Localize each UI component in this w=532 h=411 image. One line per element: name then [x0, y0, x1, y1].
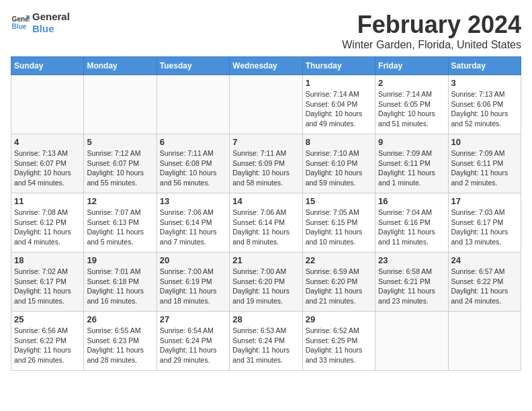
main-title: February 2024 [342, 11, 521, 39]
calendar-cell [230, 75, 302, 134]
day-number: 8 [306, 137, 372, 147]
day-number: 19 [87, 255, 153, 265]
calendar-cell: 18Sunrise: 7:02 AM Sunset: 6:17 PM Dayli… [11, 253, 84, 312]
day-number: 7 [232, 137, 299, 147]
week-row-5: 25Sunrise: 6:56 AM Sunset: 6:22 PM Dayli… [11, 312, 521, 371]
title-area: February 2024 Winter Garden, Florida, Un… [342, 11, 521, 51]
calendar-cell: 11Sunrise: 7:08 AM Sunset: 6:12 PM Dayli… [11, 193, 84, 253]
calendar-cell: 14Sunrise: 7:06 AM Sunset: 6:14 PM Dayli… [230, 193, 302, 253]
day-info: Sunrise: 7:06 AM Sunset: 6:14 PM Dayligh… [160, 208, 226, 247]
calendar-cell: 10Sunrise: 7:09 AM Sunset: 6:11 PM Dayli… [448, 134, 521, 193]
week-row-3: 11Sunrise: 7:08 AM Sunset: 6:12 PM Dayli… [11, 193, 521, 253]
logo-blue: Blue [32, 23, 70, 35]
day-number: 10 [451, 137, 518, 147]
day-info: Sunrise: 7:02 AM Sunset: 6:17 PM Dayligh… [14, 267, 81, 306]
calendar-cell: 16Sunrise: 7:04 AM Sunset: 6:16 PM Dayli… [375, 193, 448, 253]
calendar-cell: 13Sunrise: 7:06 AM Sunset: 6:14 PM Dayli… [157, 193, 229, 253]
day-number: 2 [378, 78, 445, 88]
calendar-cell: 29Sunrise: 6:52 AM Sunset: 6:25 PM Dayli… [302, 312, 375, 371]
day-info: Sunrise: 6:54 AM Sunset: 6:24 PM Dayligh… [160, 326, 226, 365]
day-number: 23 [378, 255, 445, 265]
calendar-cell [84, 75, 157, 134]
calendar-cell: 3Sunrise: 7:13 AM Sunset: 6:06 PM Daylig… [448, 75, 521, 134]
calendar-cell [375, 312, 448, 371]
weekday-header-monday: Monday [84, 57, 157, 75]
day-number: 27 [160, 314, 226, 324]
day-info: Sunrise: 7:07 AM Sunset: 6:13 PM Dayligh… [87, 208, 153, 247]
calendar-cell: 8Sunrise: 7:10 AM Sunset: 6:10 PM Daylig… [302, 134, 375, 193]
day-number: 15 [306, 196, 372, 206]
calendar-cell [11, 75, 84, 134]
calendar-cell [448, 312, 521, 371]
calendar-cell: 24Sunrise: 6:57 AM Sunset: 6:22 PM Dayli… [448, 253, 521, 312]
day-info: Sunrise: 7:04 AM Sunset: 6:16 PM Dayligh… [378, 208, 445, 247]
calendar-cell: 1Sunrise: 7:14 AM Sunset: 6:04 PM Daylig… [302, 75, 375, 134]
day-info: Sunrise: 7:05 AM Sunset: 6:15 PM Dayligh… [306, 208, 372, 247]
calendar-cell: 7Sunrise: 7:11 AM Sunset: 6:09 PM Daylig… [230, 134, 302, 193]
weekday-header-thursday: Thursday [302, 57, 375, 75]
sub-title: Winter Garden, Florida, United States [342, 39, 521, 51]
logo-icon: General Blue [11, 13, 30, 32]
day-info: Sunrise: 7:00 AM Sunset: 6:20 PM Dayligh… [232, 267, 299, 306]
day-number: 18 [14, 255, 81, 265]
day-info: Sunrise: 6:58 AM Sunset: 6:21 PM Dayligh… [378, 267, 445, 306]
calendar-cell: 23Sunrise: 6:58 AM Sunset: 6:21 PM Dayli… [375, 253, 448, 312]
day-info: Sunrise: 7:03 AM Sunset: 6:17 PM Dayligh… [451, 208, 518, 247]
day-number: 16 [378, 196, 445, 206]
day-number: 5 [87, 137, 153, 147]
day-number: 24 [451, 255, 518, 265]
weekday-header-tuesday: Tuesday [157, 57, 229, 75]
week-row-2: 4Sunrise: 7:13 AM Sunset: 6:07 PM Daylig… [11, 134, 521, 193]
day-info: Sunrise: 7:11 AM Sunset: 6:08 PM Dayligh… [160, 148, 226, 188]
calendar-cell: 12Sunrise: 7:07 AM Sunset: 6:13 PM Dayli… [84, 193, 157, 253]
calendar-cell: 6Sunrise: 7:11 AM Sunset: 6:08 PM Daylig… [157, 134, 229, 193]
day-number: 21 [232, 255, 299, 265]
day-number: 25 [14, 314, 81, 324]
day-info: Sunrise: 6:55 AM Sunset: 6:23 PM Dayligh… [87, 326, 153, 365]
week-row-1: 1Sunrise: 7:14 AM Sunset: 6:04 PM Daylig… [11, 75, 521, 134]
day-info: Sunrise: 7:11 AM Sunset: 6:09 PM Dayligh… [232, 148, 299, 188]
day-info: Sunrise: 7:09 AM Sunset: 6:11 PM Dayligh… [378, 148, 445, 188]
day-number: 9 [378, 137, 445, 147]
day-number: 17 [451, 196, 518, 206]
day-number: 29 [306, 314, 372, 324]
header: General Blue General Blue February 2024 … [11, 11, 521, 51]
day-number: 26 [87, 314, 153, 324]
calendar-cell: 4Sunrise: 7:13 AM Sunset: 6:07 PM Daylig… [11, 134, 84, 193]
day-info: Sunrise: 7:09 AM Sunset: 6:11 PM Dayligh… [451, 148, 518, 188]
day-info: Sunrise: 7:00 AM Sunset: 6:19 PM Dayligh… [160, 267, 226, 306]
calendar-cell: 22Sunrise: 6:59 AM Sunset: 6:20 PM Dayli… [302, 253, 375, 312]
calendar-cell: 17Sunrise: 7:03 AM Sunset: 6:17 PM Dayli… [448, 193, 521, 253]
day-info: Sunrise: 7:12 AM Sunset: 6:07 PM Dayligh… [87, 148, 153, 188]
calendar-cell: 28Sunrise: 6:53 AM Sunset: 6:24 PM Dayli… [230, 312, 302, 371]
calendar-table: SundayMondayTuesdayWednesdayThursdayFrid… [11, 56, 521, 371]
calendar-cell: 15Sunrise: 7:05 AM Sunset: 6:15 PM Dayli… [302, 193, 375, 253]
weekday-header-row: SundayMondayTuesdayWednesdayThursdayFrid… [11, 57, 521, 75]
day-info: Sunrise: 7:13 AM Sunset: 6:07 PM Dayligh… [14, 148, 81, 188]
calendar-cell: 5Sunrise: 7:12 AM Sunset: 6:07 PM Daylig… [84, 134, 157, 193]
day-info: Sunrise: 6:57 AM Sunset: 6:22 PM Dayligh… [451, 267, 518, 306]
day-number: 3 [451, 78, 518, 88]
day-number: 4 [14, 137, 81, 147]
weekday-header-wednesday: Wednesday [230, 57, 302, 75]
logo-general: General [32, 11, 70, 23]
day-number: 28 [232, 314, 299, 324]
calendar-cell: 25Sunrise: 6:56 AM Sunset: 6:22 PM Dayli… [11, 312, 84, 371]
weekday-header-sunday: Sunday [11, 57, 84, 75]
calendar-cell: 19Sunrise: 7:01 AM Sunset: 6:18 PM Dayli… [84, 253, 157, 312]
day-info: Sunrise: 7:14 AM Sunset: 6:05 PM Dayligh… [378, 89, 445, 129]
calendar-cell: 2Sunrise: 7:14 AM Sunset: 6:05 PM Daylig… [375, 75, 448, 134]
day-number: 1 [306, 78, 372, 88]
calendar-cell: 20Sunrise: 7:00 AM Sunset: 6:19 PM Dayli… [157, 253, 229, 312]
day-info: Sunrise: 7:14 AM Sunset: 6:04 PM Dayligh… [306, 89, 372, 129]
day-info: Sunrise: 6:53 AM Sunset: 6:24 PM Dayligh… [232, 326, 299, 365]
day-number: 22 [306, 255, 372, 265]
day-number: 6 [160, 137, 226, 147]
day-info: Sunrise: 7:06 AM Sunset: 6:14 PM Dayligh… [232, 208, 299, 247]
day-number: 14 [232, 196, 299, 206]
day-info: Sunrise: 7:08 AM Sunset: 6:12 PM Dayligh… [14, 208, 81, 247]
week-row-4: 18Sunrise: 7:02 AM Sunset: 6:17 PM Dayli… [11, 253, 521, 312]
day-info: Sunrise: 6:52 AM Sunset: 6:25 PM Dayligh… [306, 326, 372, 365]
weekday-header-friday: Friday [375, 57, 448, 75]
day-number: 20 [160, 255, 226, 265]
